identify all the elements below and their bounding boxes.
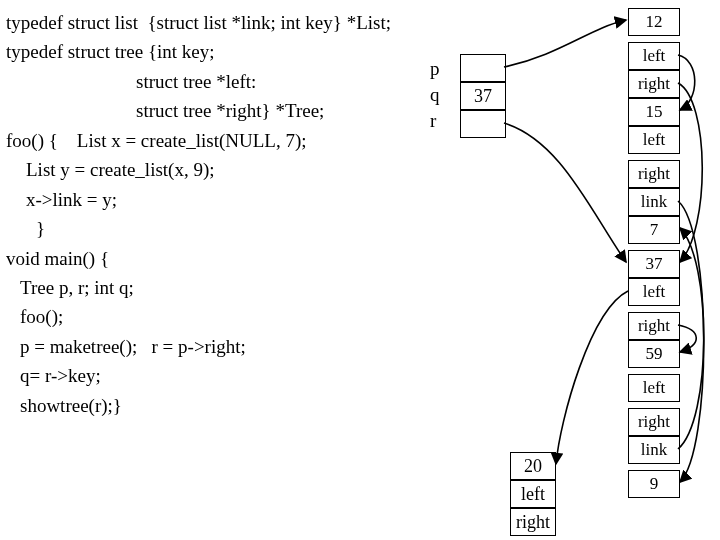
var-q: q [430,84,440,110]
cell-8: 37 [628,250,680,278]
box-p [460,54,506,82]
code-line-6: List y = create_list(x, 9); [6,155,396,184]
code-line-2: typedef struct tree {int key; [6,37,396,66]
cell-15: 9 [628,470,680,498]
cell-4: left [628,126,680,154]
node20-right: right [510,508,556,536]
cell-12: left [628,374,680,402]
code-line-9: void main() { [6,244,396,273]
cell-3: 15 [628,98,680,126]
code-line-8: } [6,214,396,243]
cell-7: 7 [628,216,680,244]
cell-14: link [628,436,680,464]
cell-10: right [628,312,680,340]
cell-6: link [628,188,680,216]
code-line-13: q= r->key; [6,361,396,390]
node20-key: 20 [510,452,556,480]
cell-13: right [628,408,680,436]
cell-2: right [628,70,680,98]
node20-left: left [510,480,556,508]
code-line-12: p = maketree(); r = p->right; [6,332,396,361]
box-r [460,110,506,138]
box-q: 37 [460,82,506,110]
code-line-3: struct tree *left: [6,67,396,96]
cell-0: 12 [628,8,680,36]
var-r: r [430,110,440,136]
cell-9: left [628,278,680,306]
code-line-11: foo(); [6,302,396,331]
code-line-10: Tree p, r; int q; [6,273,396,302]
code-line-1: typedef struct list {struct list *link; … [6,8,396,37]
variable-labels: p q r [430,58,440,136]
var-p: p [430,58,440,84]
code-line-7: x->link = y; [6,185,396,214]
code-line-5: foo() { List x = create_list(NULL, 7); [6,126,396,155]
cell-5: right [628,160,680,188]
code-listing: typedef struct list {struct list *link; … [6,8,396,420]
cell-1: left [628,42,680,70]
cell-11: 59 [628,340,680,368]
code-line-14: showtree(r);} [6,391,396,420]
code-line-4: struct tree *right} *Tree; [6,96,396,125]
